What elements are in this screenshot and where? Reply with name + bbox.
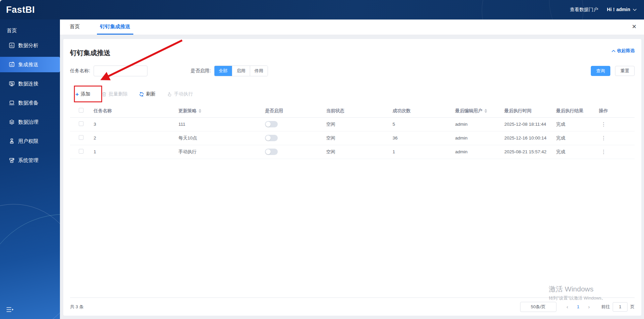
row-more-actions-icon[interactable]: ⋮ — [599, 149, 608, 155]
task-name-label: 任务名称: — [70, 68, 90, 74]
sidebar-item-label: 用户权限 — [18, 138, 38, 145]
col-task-name: 任务名称 — [90, 105, 174, 117]
cell-success-count: 1 — [388, 145, 451, 159]
user-menu[interactable]: Hi！admin — [607, 7, 637, 13]
select-all-checkbox[interactable] — [79, 108, 83, 113]
enable-toggle[interactable] — [265, 149, 278, 155]
row-checkbox[interactable] — [79, 135, 83, 140]
table-row: 3 111 空闲 5 admin 2025-12-08 18:11:44 完成 … — [70, 117, 635, 131]
enable-option-enabled[interactable]: 启用 — [232, 66, 250, 76]
page-size-select[interactable]: 50条/页 — [520, 302, 556, 312]
sidebar-collapse-button[interactable] — [6, 306, 14, 313]
cell-run-time: 2025-12-08 18:11:44 — [500, 117, 552, 131]
toolbar: + 添加 批量删除 刷新 — [70, 88, 635, 100]
add-button[interactable]: + 添加 — [75, 91, 90, 97]
enable-option-disabled[interactable]: 停用 — [250, 66, 268, 76]
col-last-editor[interactable]: 最后编辑用户 — [451, 105, 500, 117]
sort-icon[interactable] — [484, 109, 487, 113]
page-card: 钉钉集成推送 收起筛选 任务名称: 是否启用: 全部 启用 停用 — [63, 39, 641, 316]
sidebar-item-system-management[interactable]: 系统管理 — [0, 153, 60, 168]
tab-home[interactable]: 首页 — [67, 19, 83, 35]
sidebar-item-label: 数据治理 — [18, 119, 38, 125]
page-number[interactable]: 1 — [577, 304, 579, 309]
task-name-input[interactable] — [94, 66, 147, 76]
sidebar-item-home[interactable]: 首页 — [0, 19, 60, 38]
prev-page-icon[interactable]: ‹ — [567, 304, 568, 310]
fastbi-app: FastBI 查看数据门户 Hi！admin 首页 数据分析 集成推送 — [0, 0, 644, 319]
card-head: 钉钉集成推送 收起筛选 — [70, 39, 635, 57]
total-count-label: 共 3 条 — [70, 304, 83, 310]
sort-icon[interactable] — [199, 109, 201, 113]
cell-status: 空闲 — [322, 131, 388, 145]
cell-status: 空闲 — [322, 117, 388, 131]
server-icon — [9, 157, 15, 163]
task-table: 任务名称 更新策略 是否启用 当前状态 成功次数 最后编辑用户 最后执行时间 最… — [70, 105, 635, 159]
enable-segmented-control: 全部 启用 停用 — [214, 66, 268, 76]
enable-option-all[interactable]: 全部 — [214, 66, 232, 76]
toggle-knob — [266, 122, 271, 127]
sidebar-item-data-governance[interactable]: 数据治理 — [0, 114, 60, 130]
top-header: FastBI 查看数据门户 Hi！admin — [0, 0, 644, 19]
col-last-run-time: 最后执行时间 — [500, 105, 552, 117]
collapse-filter-label: 收起筛选 — [617, 48, 635, 54]
cell-status: 空闲 — [322, 145, 388, 159]
hand-click-icon — [167, 92, 172, 97]
refresh-button[interactable]: 刷新 — [139, 91, 156, 97]
cell-strategy: 111 — [174, 117, 261, 131]
push-chart-icon — [9, 62, 15, 68]
pagination-controls: 50条/页 ‹ 1 › 前往 页 — [520, 302, 635, 312]
col-enabled: 是否启用 — [261, 105, 322, 117]
col-success-count: 成功次数 — [388, 105, 451, 117]
cell-task-name: 1 — [90, 145, 174, 159]
page-unit-label: 页 — [630, 304, 635, 310]
goto-page-input[interactable] — [613, 302, 628, 312]
row-more-actions-icon[interactable]: ⋮ — [599, 135, 608, 141]
pagination-bar: 共 3 条 50条/页 ‹ 1 › 前往 页 — [70, 297, 635, 316]
row-more-actions-icon[interactable]: ⋮ — [599, 121, 608, 127]
sidebar-item-data-connection[interactable]: 数据连接 — [0, 76, 60, 91]
cell-run-time: 2025-08-21 15:57:42 — [500, 145, 552, 159]
cell-editor: admin — [451, 117, 500, 131]
next-page-icon[interactable]: › — [588, 304, 590, 310]
tab-dingtalk-push[interactable]: 钉钉集成推送 — [97, 19, 133, 35]
cell-editor: admin — [451, 131, 500, 145]
refresh-icon — [139, 92, 144, 97]
batch-delete-button[interactable]: 批量删除 — [102, 91, 128, 97]
cell-run-result: 完成 — [552, 145, 595, 159]
reset-button[interactable]: 重置 — [615, 66, 635, 76]
enable-toggle[interactable] — [265, 121, 278, 127]
bar-chart-icon — [9, 42, 15, 48]
row-checkbox[interactable] — [79, 149, 83, 154]
sidebar-item-label: 数据分析 — [18, 42, 38, 49]
chevron-up-icon — [612, 50, 615, 52]
plus-icon: + — [75, 91, 79, 97]
sidebar-item-user-permissions[interactable]: 用户权限 — [0, 133, 60, 149]
cell-task-name: 2 — [90, 131, 174, 145]
cell-run-time: 2025-12-16 10:00:14 — [500, 131, 552, 145]
cell-success-count: 36 — [388, 131, 451, 145]
sidebar-item-data-analysis[interactable]: 数据分析 — [0, 38, 60, 53]
close-icon[interactable]: ✕ — [632, 24, 637, 30]
app-logo: FastBI — [6, 5, 35, 15]
enable-toggle[interactable] — [265, 135, 278, 141]
sidebar-item-integration-push[interactable]: 集成推送 — [0, 57, 60, 72]
col-update-strategy[interactable]: 更新策略 — [174, 105, 261, 117]
table-row: 1 手动执行 空闲 1 admin 2025-08-21 15:57:42 完成… — [70, 145, 635, 159]
page-title: 钉钉集成推送 — [70, 46, 110, 57]
search-button[interactable]: 查询 — [591, 66, 610, 76]
col-update-strategy-label: 更新策略 — [178, 108, 197, 113]
collapse-filter-link[interactable]: 收起筛选 — [612, 48, 635, 54]
add-button-label: 添加 — [81, 91, 90, 97]
sidebar-item-data-preparation[interactable]: 数据准备 — [0, 95, 60, 111]
view-data-portal-link[interactable]: 查看数据门户 — [570, 7, 598, 13]
row-checkbox[interactable] — [79, 121, 83, 126]
cell-run-result: 完成 — [552, 117, 595, 131]
main-area: 首页 钉钉集成推送 ✕ 钉钉集成推送 收起筛选 任务名称: 是否启用: — [60, 19, 644, 319]
cell-run-result: 完成 — [552, 131, 595, 145]
sidebar-item-label: 数据连接 — [18, 81, 38, 87]
filter-row: 任务名称: 是否启用: 全部 启用 停用 查询 重置 — [70, 66, 635, 76]
toggle-knob — [266, 149, 271, 154]
manual-run-button[interactable]: 手动执行 — [167, 91, 193, 97]
sidebar-item-label: 系统管理 — [18, 157, 38, 164]
trash-icon — [102, 92, 107, 97]
